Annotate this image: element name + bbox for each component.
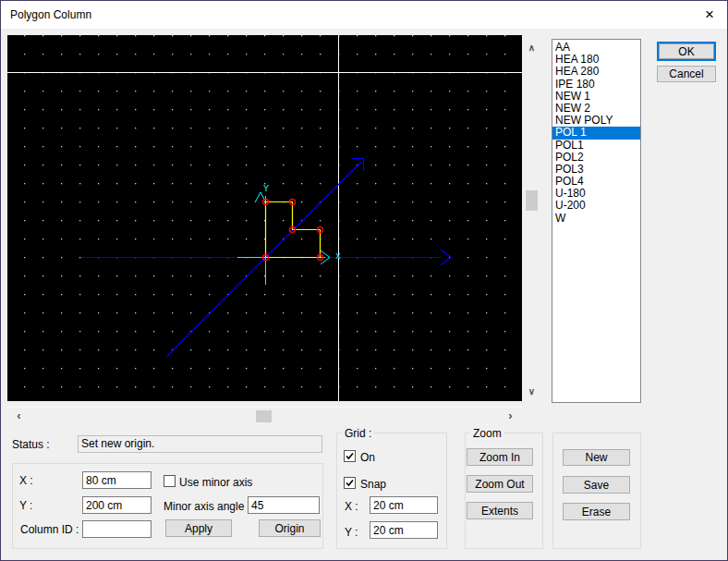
minor-axis-angle-label: Minor axis angle : xyxy=(164,500,250,513)
close-icon[interactable]: × xyxy=(694,3,725,27)
grid-on-checkbox[interactable] xyxy=(344,450,356,462)
list-item[interactable]: U-180 xyxy=(552,188,640,200)
use-minor-axis-label: Use minor axis xyxy=(179,476,252,489)
grid-y-label: Y : xyxy=(345,526,358,539)
x-label: X : xyxy=(19,474,33,487)
vertical-scrollbar-thumb[interactable] xyxy=(526,190,538,211)
apply-button[interactable]: Apply xyxy=(165,519,232,537)
save-button[interactable]: Save xyxy=(563,476,630,494)
y-coordinate-input[interactable] xyxy=(82,496,152,514)
list-item[interactable]: IPE 180 xyxy=(552,79,640,91)
ok-button[interactable]: OK xyxy=(657,42,716,61)
list-item[interactable]: NEW 1 xyxy=(552,91,640,103)
grid-y-input[interactable] xyxy=(370,521,438,539)
list-item[interactable]: NEW 2 xyxy=(552,103,640,115)
scroll-up-icon[interactable]: ∧ xyxy=(524,41,540,55)
y-label: Y : xyxy=(19,499,32,512)
list-item[interactable]: U-200 xyxy=(552,200,640,212)
grid-x-input[interactable] xyxy=(370,496,438,514)
cancel-button[interactable]: Cancel xyxy=(657,66,716,82)
list-item[interactable]: W xyxy=(552,213,640,225)
grid-dots xyxy=(7,35,522,401)
use-minor-axis-checkbox[interactable] xyxy=(164,475,176,487)
list-item[interactable]: NEW POLY xyxy=(552,115,640,127)
section-listbox[interactable]: AAHEA 180HEA 280IPE 180NEW 1NEW 2NEW POL… xyxy=(552,39,641,403)
zoom-in-button[interactable]: Zoom In xyxy=(467,448,533,466)
list-item[interactable]: POL2 xyxy=(552,152,640,164)
scroll-left-icon[interactable]: ‹ xyxy=(11,409,27,422)
list-item[interactable]: AA xyxy=(552,42,640,54)
zoom-group-title: Zoom xyxy=(470,427,504,440)
horizontal-scrollbar-thumb[interactable] xyxy=(256,410,272,422)
zoom-out-button[interactable]: Zoom Out xyxy=(467,475,533,493)
x-axis-label: x xyxy=(335,251,341,262)
grid-snap-label: Snap xyxy=(360,478,386,491)
new-button[interactable]: New xyxy=(563,449,630,466)
list-item[interactable]: POL 1 xyxy=(552,127,640,139)
horizontal-scrollbar[interactable]: ‹ › xyxy=(7,407,522,423)
scroll-down-icon[interactable]: ∨ xyxy=(524,384,540,398)
column-id-input[interactable] xyxy=(82,520,152,538)
status-label: Status : xyxy=(12,438,50,451)
grid-snap-checkbox[interactable] xyxy=(344,477,356,489)
column-id-label: Column ID : xyxy=(20,523,79,536)
x-coordinate-input[interactable] xyxy=(82,471,152,489)
grid-x-label: X : xyxy=(345,500,358,513)
list-item[interactable]: POL3 xyxy=(552,164,640,176)
y-axis-label: Y xyxy=(263,184,269,194)
minor-axis-angle-input[interactable] xyxy=(248,496,320,514)
list-item[interactable]: POL4 xyxy=(552,176,640,188)
zoom-extents-button[interactable]: Extents xyxy=(467,502,533,519)
list-item[interactable]: POL1 xyxy=(552,140,640,152)
polygon-column-dialog: Polygon Column × xyxy=(0,0,728,561)
origin-button[interactable]: Origin xyxy=(259,519,321,537)
window-title: Polygon Column xyxy=(10,8,91,21)
list-item[interactable]: HEA 280 xyxy=(552,66,640,78)
titlebar: Polygon Column × xyxy=(1,1,727,29)
grid-on-label: On xyxy=(360,451,375,464)
list-item[interactable]: HEA 180 xyxy=(552,54,640,66)
erase-button[interactable]: Erase xyxy=(563,503,630,520)
drawing-canvas[interactable]: Y x xyxy=(7,35,522,401)
scroll-right-icon[interactable]: › xyxy=(503,409,518,422)
vertical-scrollbar[interactable]: ∧ ∨ xyxy=(524,35,540,402)
status-value: Set new origin. xyxy=(78,435,322,453)
grid-group-title: Grid : xyxy=(342,427,374,440)
